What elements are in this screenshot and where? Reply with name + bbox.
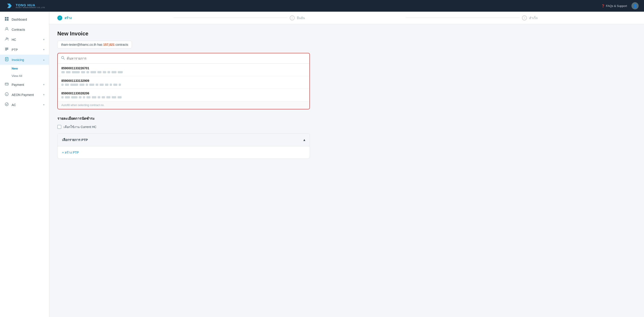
ptp-icon xyxy=(4,47,9,52)
avatar-icon: 👤 xyxy=(633,4,637,8)
contract-item[interactable]: 8590001133226701 xyxy=(58,64,310,76)
contract-item[interactable]: 8590001133132909 xyxy=(58,76,310,89)
question-icon: ❓ xyxy=(601,4,605,8)
invoicing-submenu: New View All xyxy=(0,65,49,80)
ptp-accordion-header[interactable]: เลือกรายการ PTP ▴ xyxy=(58,134,310,146)
meta-block xyxy=(103,71,106,73)
sidebar: Dashboard Contracts HC ▾ PTP ▾ xyxy=(0,12,49,317)
sidebar-label-contracts: Contracts xyxy=(12,28,44,31)
meta-block xyxy=(66,71,70,73)
payment-icon xyxy=(4,82,9,87)
meta-block xyxy=(72,71,80,73)
meta-block xyxy=(102,96,105,98)
meta-block xyxy=(110,84,112,86)
info-email: tham-tester@thamc.co.th xyxy=(61,43,96,46)
sidebar-subitem-view-all[interactable]: View All xyxy=(12,72,49,80)
ptp-accordion-chevron: ▴ xyxy=(304,138,305,142)
hc-chevron: ▾ xyxy=(43,38,44,41)
sidebar-item-ptp[interactable]: PTP ▾ xyxy=(0,45,49,55)
top-navigation: TONG HUA ASSET MANAGEMENT CO.,LTD ❓ FAQs… xyxy=(0,0,644,12)
faq-label: FAQs & Support xyxy=(606,4,627,8)
invoicing-chevron: ▴ xyxy=(43,58,44,61)
app-body: Dashboard Contracts HC ▾ PTP ▾ xyxy=(0,12,644,317)
sidebar-label-payment: Payment xyxy=(12,83,40,87)
svg-rect-17 xyxy=(5,83,8,85)
sidebar-label-ptp: PTP xyxy=(12,48,40,52)
meta-block xyxy=(86,71,89,73)
svg-rect-3 xyxy=(5,17,6,19)
svg-text:A: A xyxy=(6,94,8,96)
ptp-chevron: ▾ xyxy=(43,48,44,51)
sidebar-label-dashboard: Dashboard xyxy=(12,18,44,21)
progress-bar: ✓ สร้าง 2 ยืนยัน 3 สำเร็จ xyxy=(49,12,644,24)
topnav-right: ❓ FAQs & Support 👤 xyxy=(601,2,639,10)
invoicing-icon xyxy=(4,57,9,62)
sidebar-item-aeon-payment[interactable]: A AEON Payment ▾ xyxy=(0,90,49,100)
payment-section-title: รายละเอียดการนัดชำระ xyxy=(57,116,310,121)
meta-block xyxy=(61,71,65,73)
contract-id: 8590001133132909 xyxy=(61,79,306,83)
main-content: ✓ สร้าง 2 ยืนยัน 3 สำเร็จ New Invoice th… xyxy=(49,12,644,317)
sidebar-label-hc: HC xyxy=(12,38,40,42)
ptp-accordion: เลือกรายการ PTP ▴ + สร้าง PTP xyxy=(57,133,310,159)
svg-rect-5 xyxy=(5,19,6,21)
meta-block xyxy=(112,96,116,98)
meta-block xyxy=(61,96,64,98)
sidebar-item-hc[interactable]: HC ▾ xyxy=(0,35,49,45)
sidebar-label-aeon: AEON Payment xyxy=(12,93,40,97)
contract-item[interactable]: 8590001133028206 xyxy=(58,89,310,101)
meta-block xyxy=(83,96,85,98)
logo[interactable]: TONG HUA ASSET MANAGEMENT CO.,LTD xyxy=(5,2,45,10)
page-inner: New Invoice tham-tester@thamc.co.th has … xyxy=(49,24,318,171)
svg-rect-10 xyxy=(5,48,8,49)
step-circle-create: ✓ xyxy=(57,16,62,21)
meta-block xyxy=(118,71,123,73)
svg-point-21 xyxy=(5,103,8,106)
meta-block xyxy=(70,84,78,86)
svg-rect-4 xyxy=(7,17,8,19)
meta-block xyxy=(65,84,69,86)
ptp-accordion-title: เลือกรายการ PTP xyxy=(62,137,88,143)
sidebar-item-contracts[interactable]: Contracts xyxy=(0,25,49,35)
meta-block xyxy=(98,96,100,98)
meta-block xyxy=(98,71,102,73)
meta-block xyxy=(61,84,64,86)
create-ptp-link[interactable]: + สร้าง PTP xyxy=(62,150,79,155)
current-hc-checkbox[interactable] xyxy=(57,125,61,129)
brand-name: TONG HUA xyxy=(16,3,45,7)
user-avatar[interactable]: 👤 xyxy=(632,2,639,10)
step-label-complete: สำเร็จ xyxy=(529,16,538,21)
step-circle-complete: 3 xyxy=(522,16,527,21)
contracts-icon xyxy=(4,27,9,32)
contract-meta xyxy=(61,96,306,98)
info-count: 157,021 xyxy=(103,43,115,46)
aeon-payment-icon: A xyxy=(4,92,9,97)
faq-link[interactable]: ❓ FAQs & Support xyxy=(601,4,627,8)
meta-block xyxy=(65,96,70,98)
meta-block xyxy=(90,71,96,73)
contract-id: 8590001133226701 xyxy=(61,66,306,70)
sidebar-subitem-new[interactable]: New xyxy=(12,65,49,72)
search-input[interactable] xyxy=(67,53,306,64)
ac-icon xyxy=(4,102,9,107)
current-hc-row: เลือกใช้งาน Current HC xyxy=(57,124,310,129)
svg-line-23 xyxy=(64,59,65,60)
step-divider-1 xyxy=(174,18,288,18)
contract-id: 8590001133028206 xyxy=(61,92,306,95)
sidebar-item-invoicing[interactable]: Invoicing ▴ xyxy=(0,55,49,65)
step-label-confirm: ยืนยัน xyxy=(297,16,305,21)
sidebar-item-payment[interactable]: Payment ▾ xyxy=(0,80,49,90)
contract-list: 8590001133226701 xyxy=(58,64,310,109)
current-hc-label: เลือกใช้งาน Current HC xyxy=(64,124,96,129)
ac-chevron: ▾ xyxy=(43,103,44,106)
meta-block xyxy=(80,84,84,86)
sidebar-item-ac[interactable]: AC ▾ xyxy=(0,100,49,110)
sidebar-label-invoicing: Invoicing xyxy=(12,58,40,62)
payment-chevron: ▾ xyxy=(43,83,44,86)
step-divider-2 xyxy=(406,18,520,18)
meta-block xyxy=(113,84,117,86)
sidebar-item-dashboard[interactable]: Dashboard xyxy=(0,14,49,25)
info-badge: tham-tester@thamc.co.th has 157,021 cont… xyxy=(57,41,132,49)
search-input-wrap xyxy=(58,53,310,64)
info-contracts: contracts xyxy=(116,43,128,46)
